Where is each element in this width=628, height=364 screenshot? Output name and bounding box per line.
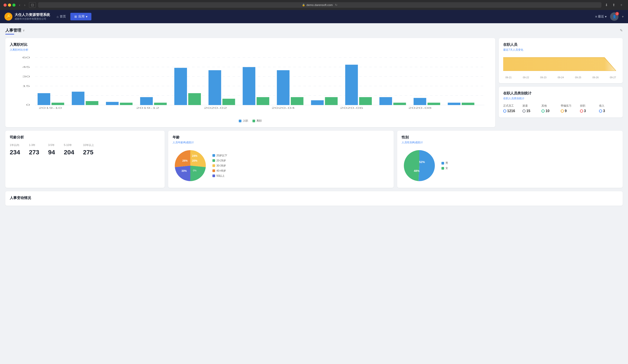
svg-rect-33 <box>345 65 358 105</box>
emp-type-borrowed: 借入 3 <box>599 104 618 113</box>
last-row: 人事变动情况 <box>5 191 623 206</box>
svg-rect-21 <box>174 68 187 105</box>
main-content: 人事管理 ∨ ✎ 入离职对比 入离职对比分析 <box>0 23 628 210</box>
tenure-label-1: 1-3年 <box>29 143 39 147</box>
age-label-3: 40-49岁 <box>216 169 226 173</box>
date-label-4: 09-25 <box>575 76 581 79</box>
seconded-circle <box>580 110 583 113</box>
svg-rect-14 <box>72 92 84 105</box>
notification-badge: 2 <box>615 12 619 15</box>
male-dot <box>441 162 444 165</box>
svg-rect-16 <box>106 102 119 105</box>
active-employees-title: 在职人员 <box>503 43 618 47</box>
grid-icon: ⊞ <box>74 15 77 18</box>
browser-chrome: ‹ › ⊡ 🔒 demo.darensoft.com ↻ ⬇ ⬆ ＋ <box>0 0 628 10</box>
tenure-value-0: 234 <box>10 149 20 156</box>
dot-green[interactable] <box>12 3 15 7</box>
quit-label: 离职 <box>256 119 262 123</box>
borrowed-count-wrap: 3 <box>599 109 605 113</box>
age-label-0: 20岁以下 <box>216 154 227 157</box>
recent-arrow: ▾ <box>605 15 607 18</box>
user-arrow: ▾ <box>622 15 624 18</box>
employee-types-card: 在职人员类别统计 在职人员类别统计 正式员工 1216 派遣 <box>499 87 623 118</box>
age-dot-1 <box>212 159 215 162</box>
apps-arrow: ▾ <box>86 15 87 18</box>
tenure-item-4: 10年以上 275 <box>83 143 94 156</box>
age-legend-1: 20-29岁 <box>212 159 227 163</box>
gender-subtitle: 人员性别构成统计 <box>402 141 618 144</box>
dot-yellow[interactable] <box>8 3 11 7</box>
borrowed-circle <box>599 110 602 113</box>
dot-red[interactable] <box>3 3 7 7</box>
gender-title: 性别 <box>402 135 618 140</box>
hire-label: 入职 <box>243 119 248 123</box>
dispatch-circle <box>522 110 526 113</box>
logo-text: 大任人力资源管理系统 成都市大任软件有限责任公司 <box>15 13 50 21</box>
lock-icon: 🔒 <box>302 3 305 6</box>
reload-icon: ↻ <box>335 3 337 7</box>
svg-rect-26 <box>243 67 255 105</box>
formal-label: 正式员工 <box>503 104 514 108</box>
company-name: 成都市大任软件有限责任公司 <box>15 17 50 21</box>
borrowed-count: 3 <box>603 109 605 113</box>
gender-pie-legend: 男 女 <box>441 161 448 170</box>
hire-quit-card: 入离职对比 入离职对比分析 60 45 30 <box>5 38 495 127</box>
svg-text:0: 0 <box>26 104 30 106</box>
forward-button[interactable]: › <box>23 3 27 7</box>
user-avatar[interactable]: 👤 2 <box>610 12 619 21</box>
age-pie-legend: 20岁以下 20-29岁 30-39岁 40-49岁 <box>212 154 227 178</box>
seconded-count-wrap: 3 <box>580 109 586 113</box>
svg-text:2020-02: 2020-02 <box>204 107 227 109</box>
svg-rect-22 <box>188 93 201 105</box>
svg-rect-12 <box>52 103 64 105</box>
nav-apps-button[interactable]: ⊞ 应用 ▾ <box>70 13 91 20</box>
edit-icon[interactable]: ✎ <box>620 28 623 33</box>
other-count: 10 <box>546 109 550 113</box>
apps-label: 应用 <box>78 15 84 19</box>
tenure-value-2: 94 <box>48 149 55 156</box>
svg-rect-29 <box>291 97 303 105</box>
emp-type-dispatch: 派遣 15 <box>522 104 542 113</box>
browser-nav: ‹ › <box>18 3 27 7</box>
page-title: 人事管理 <box>5 28 21 33</box>
svg-rect-15 <box>86 101 98 105</box>
svg-rect-27 <box>257 97 269 105</box>
svg-text:20%: 20% <box>192 159 197 162</box>
tab-layout-button[interactable]: ⊡ <box>29 2 36 8</box>
address-bar[interactable]: 🔒 demo.darensoft.com ↻ <box>38 2 601 8</box>
header-recent[interactable]: ≡ 最近 ▾ <box>595 15 607 19</box>
formal-circle <box>503 110 506 113</box>
tenure-label-0: 1年以内 <box>10 143 20 147</box>
add-tab-button[interactable]: ＋ <box>618 2 625 8</box>
hr-events-title: 人事变动情况 <box>10 196 618 200</box>
tenure-item-1: 1-3年 273 <box>29 143 39 156</box>
date-label-6: 09-27 <box>610 76 616 79</box>
home-label: 首页 <box>60 15 66 19</box>
tenure-grid: 1年以内 234 1-3年 273 3-5年 94 5-10年 204 <box>10 143 160 156</box>
download-button[interactable]: ⬇ <box>604 2 609 7</box>
svg-text:2019-10: 2019-10 <box>39 107 62 109</box>
svg-rect-39 <box>428 103 440 105</box>
url-text: demo.darensoft.com <box>307 3 333 7</box>
other-circle <box>542 110 545 113</box>
nav-home[interactable]: ⌂ 首页 <box>57 15 66 19</box>
employee-types-list: 正式员工 1216 派遣 15 <box>503 104 618 113</box>
tenure-value-4: 275 <box>83 149 94 156</box>
dispatch-count: 15 <box>526 109 530 113</box>
app-logo: 🔑 大任人力资源管理系统 成都市大任软件有限责任公司 <box>4 13 50 21</box>
svg-text:2020-06: 2020-06 <box>340 107 363 109</box>
age-pie-area: 20% 0% 30% 26% 24% 20岁以下 20-29岁 <box>173 148 389 183</box>
age-dot-2 <box>212 164 215 167</box>
svg-rect-37 <box>393 103 406 105</box>
svg-text:0%: 0% <box>193 169 196 172</box>
browser-dots <box>3 3 15 7</box>
gender-pie-svg: 52% 48% <box>402 148 437 183</box>
dispatch-count-wrap: 15 <box>522 109 530 113</box>
other-count-wrap: 10 <box>542 109 550 113</box>
svg-rect-19 <box>154 103 167 105</box>
share-button[interactable]: ⬆ <box>611 2 617 7</box>
active-employees-card: 在职人员 最近7天人员变化 <box>499 38 623 83</box>
area-chart-svg <box>503 55 618 73</box>
back-button[interactable]: ‹ <box>18 3 21 7</box>
date-label-3: 09-24 <box>558 76 564 79</box>
